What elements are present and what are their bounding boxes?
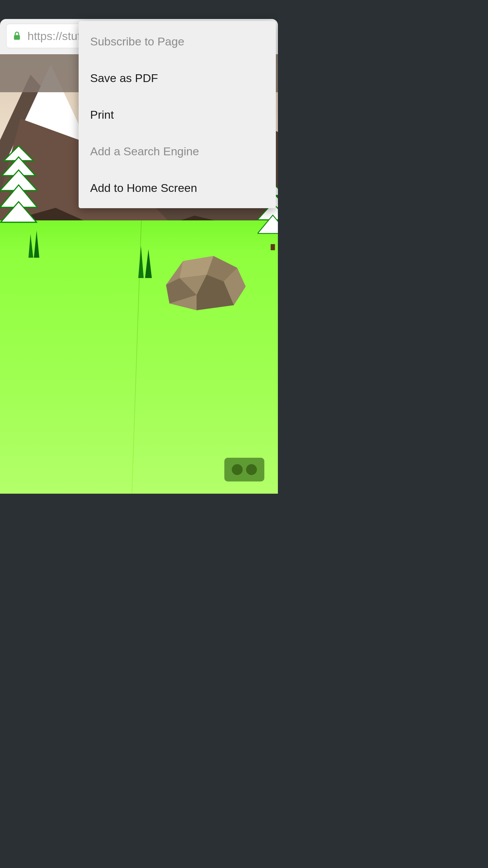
- svg-marker-10: [28, 234, 33, 258]
- svg-rect-19: [14, 35, 20, 40]
- url-text: https://stuf: [27, 29, 81, 43]
- shrub-center: [132, 244, 156, 278]
- lock-icon: [11, 30, 23, 42]
- vr-mode-button[interactable]: [224, 458, 264, 481]
- vr-lens-right-icon: [246, 464, 257, 475]
- menu-item-label: Save as PDF: [90, 72, 158, 85]
- menu-item-save-pdf[interactable]: Save as PDF: [79, 60, 276, 96]
- menu-item-print[interactable]: Print: [79, 96, 276, 133]
- menu-item-add-search-engine: Add a Search Engine: [79, 133, 276, 170]
- tree-left: [0, 146, 37, 228]
- shrub-left: [24, 231, 44, 258]
- rock: [156, 254, 247, 312]
- menu-item-label: Subscribe to Page: [90, 35, 184, 48]
- svg-rect-9: [271, 244, 275, 250]
- svg-marker-13: [145, 249, 152, 278]
- status-bar: [0, 0, 278, 19]
- vr-lens-left-icon: [232, 464, 243, 475]
- menu-item-label: Add to Home Screen: [90, 181, 197, 195]
- svg-marker-12: [138, 246, 144, 278]
- menu-item-label: Print: [90, 108, 114, 121]
- page-actions-menu: Subscribe to Page Save as PDF Print Add …: [79, 21, 276, 208]
- menu-item-label: Add a Search Engine: [90, 145, 199, 158]
- menu-item-add-home-screen[interactable]: Add to Home Screen: [79, 170, 276, 206]
- menu-item-subscribe: Subscribe to Page: [79, 23, 276, 60]
- svg-marker-11: [34, 231, 39, 258]
